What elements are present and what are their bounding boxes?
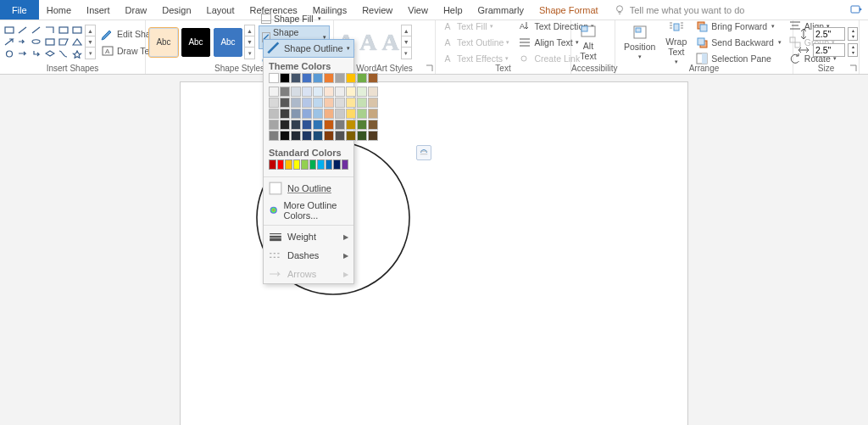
color-swatch[interactable]	[324, 120, 334, 130]
gallery-down-icon[interactable]: ▼	[245, 36, 254, 48]
color-swatch[interactable]	[368, 87, 378, 97]
weight-item[interactable]: Weight ▶	[264, 227, 353, 246]
color-swatch[interactable]	[280, 109, 290, 119]
shape-outline-header[interactable]: Shape Outline ▾	[263, 39, 354, 58]
color-swatch[interactable]	[333, 159, 341, 170]
send-backward-button[interactable]: Send Backward▾	[693, 35, 783, 50]
color-swatch[interactable]	[317, 159, 325, 170]
style-tile-1[interactable]: Abc	[149, 28, 178, 57]
gallery-up-icon[interactable]: ▲	[245, 25, 254, 36]
color-swatch[interactable]	[324, 109, 334, 119]
color-swatch[interactable]	[368, 131, 378, 141]
color-swatch[interactable]	[269, 159, 276, 170]
color-swatch[interactable]	[302, 109, 312, 119]
color-swatch[interactable]	[269, 98, 279, 108]
tab-layout[interactable]: Layout	[199, 0, 242, 20]
color-swatch[interactable]	[291, 120, 301, 130]
tab-help[interactable]: Help	[436, 0, 470, 20]
style-tile-3[interactable]: Abc	[214, 28, 242, 57]
color-swatch[interactable]	[368, 109, 378, 119]
share-icon[interactable]	[849, 3, 863, 18]
wordart-gallery-nav[interactable]: ▲ ▼ ▾	[401, 25, 412, 59]
color-swatch[interactable]	[346, 73, 356, 83]
color-swatch[interactable]	[280, 98, 290, 108]
color-swatch[interactable]	[285, 159, 292, 170]
color-swatch[interactable]	[269, 73, 279, 83]
color-swatch[interactable]	[368, 73, 378, 83]
color-swatch[interactable]	[324, 73, 334, 83]
color-swatch[interactable]	[335, 87, 345, 97]
color-swatch[interactable]	[342, 159, 349, 170]
color-swatch[interactable]	[269, 131, 279, 141]
color-swatch[interactable]	[291, 73, 301, 83]
color-swatch[interactable]	[293, 159, 301, 170]
color-swatch[interactable]	[280, 87, 290, 97]
color-swatch[interactable]	[324, 87, 334, 97]
gallery-more-icon[interactable]: ▾	[86, 48, 95, 59]
color-swatch[interactable]	[313, 120, 323, 130]
width-input[interactable]	[813, 43, 845, 57]
color-swatch[interactable]	[313, 87, 323, 97]
dialog-launcher-icon[interactable]	[426, 64, 433, 72]
color-swatch[interactable]	[335, 109, 345, 119]
color-swatch[interactable]	[302, 87, 312, 97]
color-swatch[interactable]	[346, 109, 356, 119]
color-swatch[interactable]	[313, 98, 323, 108]
color-swatch[interactable]	[335, 120, 345, 130]
color-swatch[interactable]	[269, 120, 279, 130]
color-swatch[interactable]	[301, 159, 309, 170]
gallery-down-icon[interactable]: ▼	[402, 36, 411, 48]
shapes-gallery[interactable]	[3, 25, 83, 59]
color-swatch[interactable]	[302, 73, 312, 83]
color-swatch[interactable]	[346, 87, 356, 97]
tab-insert[interactable]: Insert	[79, 0, 118, 20]
tab-shape-format[interactable]: Shape Format	[531, 0, 606, 20]
alt-text-button[interactable]: Alt Text	[575, 23, 602, 61]
color-swatch[interactable]	[368, 98, 378, 108]
wordart-preset-2[interactable]: A	[359, 29, 376, 56]
color-swatch[interactable]	[357, 109, 367, 119]
shapes-gallery-nav[interactable]: ▲ ▼ ▾	[85, 25, 96, 59]
color-swatch[interactable]	[357, 87, 367, 97]
color-swatch[interactable]	[346, 131, 356, 141]
color-swatch[interactable]	[280, 73, 290, 83]
standard-colors-row[interactable]	[264, 159, 353, 175]
color-swatch[interactable]	[357, 98, 367, 108]
wordart-preset-3[interactable]: A	[381, 29, 398, 56]
no-outline-item[interactable]: No Outline	[264, 179, 353, 198]
gallery-more-icon[interactable]: ▾	[245, 48, 254, 59]
page[interactable]	[180, 81, 688, 425]
style-gallery-nav[interactable]: ▲ ▼ ▾	[244, 25, 255, 59]
color-swatch[interactable]	[313, 73, 323, 83]
color-swatch[interactable]	[335, 131, 345, 141]
layout-options-button[interactable]	[416, 145, 431, 160]
color-swatch[interactable]	[346, 120, 356, 130]
tab-file[interactable]: File	[0, 0, 39, 20]
color-swatch[interactable]	[302, 98, 312, 108]
dashes-item[interactable]: Dashes ▶	[264, 246, 353, 265]
style-tile-2[interactable]: Abc	[181, 28, 210, 57]
tell-me-search[interactable]: Tell me what you want to do	[613, 0, 745, 20]
dialog-launcher-icon[interactable]	[849, 64, 857, 72]
height-input[interactable]	[813, 27, 845, 41]
tab-view[interactable]: View	[400, 0, 436, 20]
color-swatch[interactable]	[291, 87, 301, 97]
tab-draw[interactable]: Draw	[118, 0, 155, 20]
gallery-down-icon[interactable]: ▼	[86, 36, 95, 48]
color-swatch[interactable]	[346, 98, 356, 108]
color-swatch[interactable]	[335, 73, 345, 83]
shape-fill-button[interactable]: Shape Fill▾	[259, 13, 330, 25]
color-swatch[interactable]	[357, 73, 367, 83]
color-swatch[interactable]	[324, 98, 334, 108]
color-swatch[interactable]	[302, 131, 312, 141]
more-outline-colors-item[interactable]: More Outline Colors...	[264, 198, 353, 223]
gallery-up-icon[interactable]: ▲	[86, 25, 95, 36]
color-swatch[interactable]	[357, 131, 367, 141]
tab-review[interactable]: Review	[354, 0, 400, 20]
color-swatch[interactable]	[313, 131, 323, 141]
tab-grammarly[interactable]: Grammarly	[470, 0, 531, 20]
width-spinner[interactable]: ▴▾	[848, 43, 858, 57]
color-swatch[interactable]	[291, 98, 301, 108]
color-swatch[interactable]	[269, 87, 279, 97]
color-swatch[interactable]	[277, 159, 285, 170]
